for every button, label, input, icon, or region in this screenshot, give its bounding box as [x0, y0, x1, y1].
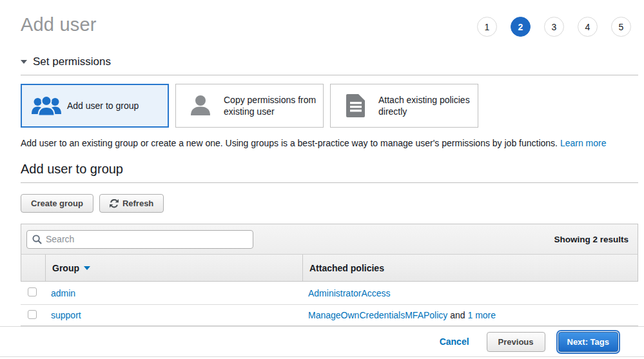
card-copy-permissions[interactable]: Copy permissions from existing user	[175, 84, 324, 128]
page-header: Add user 1 2 3 4 5	[21, 0, 638, 35]
card-attach-policies[interactable]: Attach existing policies directly	[330, 84, 478, 128]
group-link[interactable]: admin	[51, 288, 75, 298]
results-count: Showing 2 results	[554, 235, 629, 244]
wizard-footer: Cancel Previous Next: Tags	[0, 326, 644, 357]
attached-policies-column-header[interactable]: Attached policies	[302, 255, 638, 281]
attached-policies-column-label: Attached policies	[309, 263, 384, 273]
user-icon	[188, 94, 213, 117]
more-policies-link[interactable]: 1 more	[467, 310, 496, 320]
refresh-label: Refresh	[122, 199, 153, 208]
policy-link[interactable]: AdministratorAccess	[308, 288, 391, 298]
collapse-triangle-icon	[21, 60, 27, 64]
checkbox-cell	[21, 287, 44, 298]
checkbox-header-cell	[21, 255, 45, 281]
group-link[interactable]: support	[51, 310, 81, 320]
step-circle-4: 4	[578, 17, 598, 37]
search-box[interactable]	[26, 230, 253, 249]
row-checkbox[interactable]	[28, 287, 37, 296]
step-circle-3: 3	[544, 17, 564, 37]
step-indicator: 1 2 3 4 5	[477, 17, 631, 37]
group-icon	[30, 95, 63, 117]
policy-link[interactable]: ManageOwnCredentialsMFAPolicy	[308, 310, 447, 320]
card-label: Copy permissions from existing user	[224, 94, 323, 117]
group-column-label: Group	[52, 263, 79, 273]
search-icon	[32, 235, 42, 244]
learn-more-link[interactable]: Learn more	[560, 138, 607, 148]
group-cell: support	[44, 310, 302, 320]
step-circle-1: 1	[477, 17, 497, 37]
next-tags-button[interactable]: Next: Tags	[558, 332, 619, 352]
set-permissions-section-header[interactable]: Set permissions	[21, 55, 638, 68]
set-permissions-title: Set permissions	[33, 55, 111, 68]
card-add-user-to-group[interactable]: Add user to group	[21, 84, 169, 128]
document-icon	[343, 93, 367, 118]
table-row-admin: admin AdministratorAccess	[21, 282, 638, 305]
table-header-row: Group Attached policies	[21, 254, 638, 282]
row-checkbox[interactable]	[28, 310, 37, 319]
group-section-title: Add user to group	[21, 162, 638, 177]
search-input[interactable]	[46, 234, 248, 244]
group-table: Showing 2 results Group Attached policie…	[21, 224, 638, 326]
table-row-support: support ManageOwnCredentialsMFAPolicy an…	[21, 305, 638, 326]
group-cell: admin	[44, 288, 302, 298]
cancel-link[interactable]: Cancel	[440, 336, 469, 347]
policies-cell: AdministratorAccess	[302, 288, 638, 298]
step-circle-5: 5	[611, 17, 631, 37]
card-label: Add user to group	[67, 100, 142, 112]
group-column-header[interactable]: Group	[45, 255, 302, 281]
refresh-button[interactable]: Refresh	[99, 194, 164, 213]
policy-joiner: and	[447, 310, 467, 320]
refresh-icon	[110, 199, 119, 208]
permission-option-cards: Add user to group Copy permissions from …	[21, 84, 638, 128]
group-actions: Create group Refresh	[21, 194, 638, 213]
policies-cell: ManageOwnCredentialsMFAPolicy and 1 more	[302, 310, 638, 320]
step-circle-2: 2	[511, 17, 531, 37]
table-toolbar: Showing 2 results	[21, 224, 638, 254]
divider	[21, 182, 638, 183]
previous-button[interactable]: Previous	[487, 332, 545, 352]
checkbox-cell	[21, 310, 44, 321]
create-group-button[interactable]: Create group	[21, 194, 93, 213]
card-label: Attach existing policies directly	[378, 94, 478, 117]
divider	[21, 75, 638, 75]
permissions-description: Add user to an existing group or create …	[21, 138, 638, 148]
sort-desc-icon	[84, 266, 90, 270]
description-text: Add user to an existing group or create …	[21, 138, 558, 148]
